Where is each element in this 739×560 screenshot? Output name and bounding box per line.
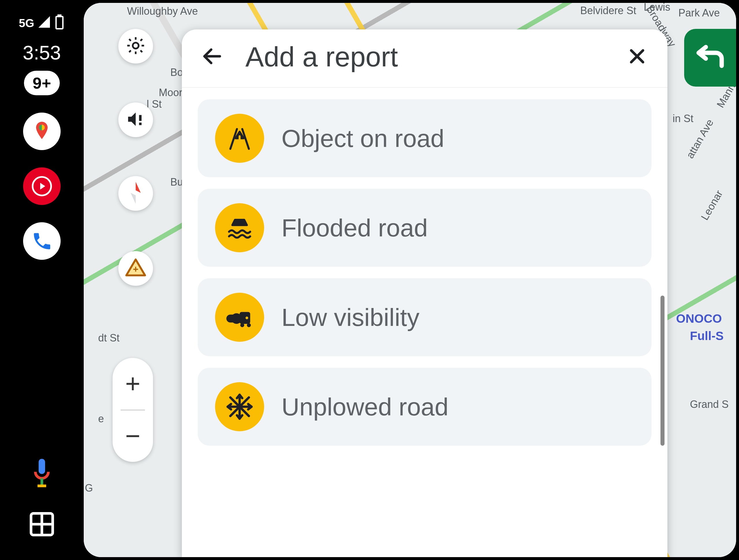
panel-header: Add a report	[182, 29, 668, 88]
report-hazard-button[interactable]: +	[118, 251, 153, 286]
app-grid-button[interactable]	[27, 510, 56, 540]
svg-text:+: +	[133, 264, 139, 275]
dock-app-maps[interactable]	[23, 113, 60, 150]
report-item-unplowed-road[interactable]: Unplowed road	[198, 368, 651, 446]
svg-point-10	[133, 43, 139, 48]
network-label: 5G	[19, 17, 34, 30]
notification-badge[interactable]: 9+	[24, 71, 60, 95]
dock-app-music[interactable]	[23, 167, 60, 205]
street-label: Bu	[170, 176, 183, 188]
svg-rect-11	[139, 115, 142, 121]
back-button[interactable]	[199, 44, 225, 70]
zoom-out-button[interactable]: −	[113, 410, 153, 462]
object-on-road-icon	[215, 114, 264, 163]
close-button[interactable]	[624, 44, 650, 70]
arrow-left-icon	[201, 45, 224, 69]
turn-left-icon	[693, 40, 727, 76]
report-item-object-on-road[interactable]: Object on road	[198, 99, 651, 177]
signal-icon	[37, 15, 51, 31]
street-label: Grand S	[690, 398, 729, 410]
poi-label: ONOCO	[676, 312, 722, 325]
settings-button[interactable]	[118, 29, 153, 63]
report-label: Object on road	[281, 124, 444, 153]
battery-icon	[54, 14, 65, 32]
svg-point-20	[247, 323, 251, 327]
zoom-in-button[interactable]: +	[113, 358, 153, 410]
compass-button[interactable]	[118, 176, 153, 211]
street-label: dt St	[98, 332, 120, 344]
report-item-low-visibility[interactable]: Low visibility	[198, 278, 651, 356]
svg-point-21	[246, 317, 248, 319]
dock-app-phone[interactable]	[23, 222, 60, 260]
report-list[interactable]: Object on road Flooded road	[182, 88, 668, 557]
report-label: Unplowed road	[281, 393, 448, 421]
svg-rect-18	[240, 312, 250, 324]
svg-point-19	[240, 323, 244, 327]
map-viewport[interactable]: Willoughby Ave Belvidere St Park Ave Bro…	[84, 3, 736, 557]
android-auto-screen: 5G 3:53 9+	[0, 0, 739, 560]
scrollbar-thumb[interactable]	[660, 296, 664, 446]
audio-button[interactable]	[118, 103, 153, 137]
svg-rect-12	[139, 123, 142, 125]
street-label: Park Ave	[679, 7, 720, 19]
clock: 3:53	[23, 41, 61, 64]
street-label: G	[85, 482, 93, 494]
compass-icon	[126, 180, 146, 207]
report-item-flooded-road[interactable]: Flooded road	[198, 189, 651, 267]
street-label: Willoughby Ave	[127, 5, 198, 17]
zoom-control: + −	[113, 358, 153, 462]
street-label: e	[98, 413, 104, 425]
system-dock: 5G 3:53 9+	[0, 0, 84, 560]
hazard-triangle-icon: +	[124, 257, 147, 280]
low-visibility-icon	[215, 293, 264, 342]
add-report-panel: Add a report Object	[182, 29, 668, 557]
street-label: Lewis	[644, 3, 670, 13]
unplowed-road-icon	[215, 382, 264, 431]
flooded-road-icon	[215, 203, 264, 252]
voice-assistant-button[interactable]	[29, 457, 55, 493]
poi-label: Full-S	[690, 329, 724, 343]
volume-alert-icon	[126, 109, 146, 130]
panel-title: Add a report	[245, 41, 604, 73]
street-label: in St	[673, 113, 693, 125]
close-icon	[627, 46, 647, 67]
street-label: Moor	[159, 87, 182, 99]
street-label: Belvidere St	[580, 5, 636, 17]
gear-icon	[126, 35, 146, 57]
status-bar: 5G	[19, 14, 65, 32]
report-label: Flooded road	[281, 214, 428, 242]
svg-rect-0	[56, 16, 63, 29]
svg-rect-4	[39, 459, 45, 474]
svg-rect-1	[58, 14, 60, 16]
next-turn-button[interactable]	[684, 29, 736, 87]
report-label: Low visibility	[281, 303, 419, 332]
